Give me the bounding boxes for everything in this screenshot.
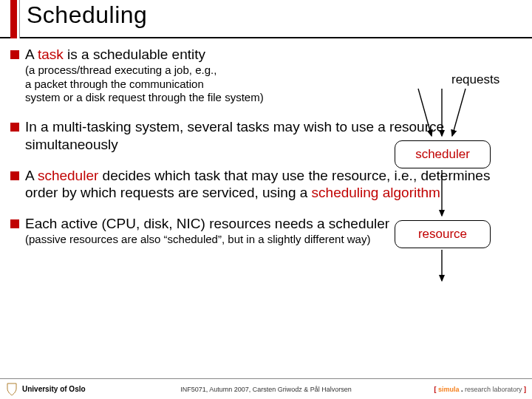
- flow-diagram: requests scheduler resource: [374, 46, 522, 297]
- title-accent: [10, 0, 17, 38]
- diagram-arrows: [374, 46, 522, 297]
- scheduler-box: scheduler: [395, 140, 491, 168]
- text: A: [25, 168, 38, 183]
- slide-title: Scheduling: [27, 1, 147, 29]
- footer-university: University of Oslo: [22, 385, 86, 393]
- bracket-close: ]: [522, 386, 527, 393]
- lab-rest: research laboratory: [465, 386, 522, 393]
- footer-bar: University of Oslo INF5071, Autumn 2007,…: [0, 378, 532, 399]
- footer-lab: [ simula . research laboratory ]: [434, 386, 526, 393]
- svg-line-2: [452, 89, 466, 136]
- footer-course-info: INF5071, Autumn 2007, Carsten Griwodz & …: [180, 386, 352, 393]
- uio-crest-icon: [6, 383, 18, 396]
- text: A: [25, 47, 38, 62]
- dot: .: [459, 386, 465, 393]
- bullet-marker: [10, 219, 19, 228]
- resource-box: resource: [395, 220, 491, 248]
- svg-line-0: [418, 89, 432, 136]
- bullet-marker: [10, 123, 19, 132]
- text: is a schedulable entity: [64, 47, 205, 62]
- title-accent-divider: [17, 0, 20, 38]
- title-bar: Scheduling: [0, 0, 532, 38]
- bullet-marker: [10, 171, 19, 180]
- keyword-task: task: [38, 47, 64, 62]
- keyword-scheduler: scheduler: [38, 168, 98, 183]
- simula-word: simula: [438, 386, 460, 393]
- bullet-marker: [10, 50, 19, 59]
